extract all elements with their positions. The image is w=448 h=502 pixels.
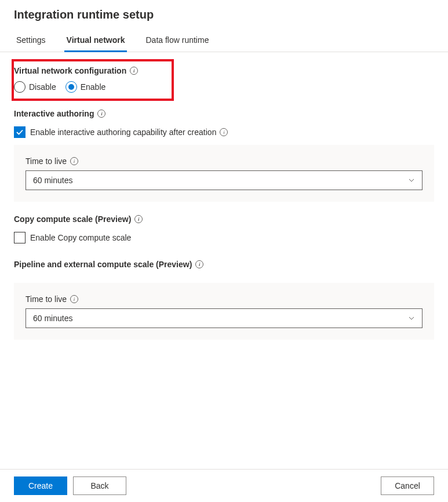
radio-enable[interactable]: Enable [65,81,106,93]
info-icon[interactable]: i [70,157,78,165]
copy-compute-label-text: Copy compute scale (Preview) [14,214,131,224]
ttl-label: Time to live i [26,157,78,166]
info-icon[interactable]: i [220,128,228,136]
cancel-button[interactable]: Cancel [381,476,434,495]
vnet-config-label-text: Virtual network configuration [14,66,126,75]
radio-disable-label: Disable [29,82,56,92]
interactive-authoring-checkbox[interactable] [14,126,26,138]
footer-left: Create Back [14,476,126,495]
info-icon[interactable]: i [130,67,138,75]
create-button[interactable]: Create [14,476,67,495]
pipeline-compute-label: Pipeline and external compute scale (Pre… [14,260,203,269]
pipeline-compute-panel: Time to live i 60 minutes [14,283,434,340]
pipeline-ttl-dropdown-value: 60 minutes [33,314,72,323]
ttl-label-text: Time to live [26,157,67,166]
interactive-authoring-section: Interactive authoring i Enable interacti… [14,109,434,202]
copy-compute-checkbox[interactable] [14,232,26,243]
info-icon[interactable]: i [195,260,203,268]
pipeline-compute-section: Pipeline and external compute scale (Pre… [14,260,434,340]
chevron-down-icon [408,177,415,184]
vnet-highlight-box: Virtual network configuration i Disable … [12,59,174,101]
tab-settings[interactable]: Settings [14,31,48,52]
copy-compute-label: Copy compute scale (Preview) i [14,214,143,224]
pipeline-ttl-dropdown[interactable]: 60 minutes [26,308,422,328]
copy-compute-checkbox-label: Enable Copy compute scale [30,233,131,242]
interactive-authoring-label-text: Interactive authoring [14,109,94,118]
page-title: Integration runtime setup [0,0,448,27]
interactive-authoring-checkbox-row: Enable interactive authoring capability … [14,126,434,138]
footer: Create Back Cancel [0,469,448,502]
radio-disable-circle [14,81,26,93]
info-icon[interactable]: i [134,215,143,223]
copy-compute-section: Copy compute scale (Preview) i Enable Co… [14,214,434,243]
vnet-radio-group: Disable Enable [14,81,168,93]
copy-compute-checkbox-row: Enable Copy compute scale [14,232,434,243]
tabs: Settings Virtual network Data flow runti… [0,31,448,52]
info-icon[interactable]: i [70,295,78,303]
ttl-dropdown-value: 60 minutes [33,176,72,185]
radio-enable-circle [65,81,77,93]
tab-virtual-network[interactable]: Virtual network [64,31,128,52]
interactive-authoring-checkbox-label: Enable interactive authoring capability … [30,128,228,137]
pipeline-ttl-label: Time to live i [26,294,78,304]
interactive-authoring-label: Interactive authoring i [14,109,105,118]
radio-disable[interactable]: Disable [14,81,56,93]
check-icon [16,128,24,136]
vnet-config-label: Virtual network configuration i [14,66,138,75]
tab-data-flow-runtime[interactable]: Data flow runtime [143,31,211,52]
info-icon[interactable]: i [97,110,105,118]
back-button[interactable]: Back [73,476,126,495]
interactive-authoring-checkbox-text: Enable interactive authoring capability … [30,128,216,137]
interactive-authoring-panel: Time to live i 60 minutes [14,145,434,202]
radio-enable-label: Enable [81,82,106,92]
ttl-dropdown[interactable]: 60 minutes [26,170,422,190]
pipeline-compute-label-text: Pipeline and external compute scale (Pre… [14,260,192,269]
chevron-down-icon [408,315,415,322]
pipeline-ttl-label-text: Time to live [26,294,67,304]
